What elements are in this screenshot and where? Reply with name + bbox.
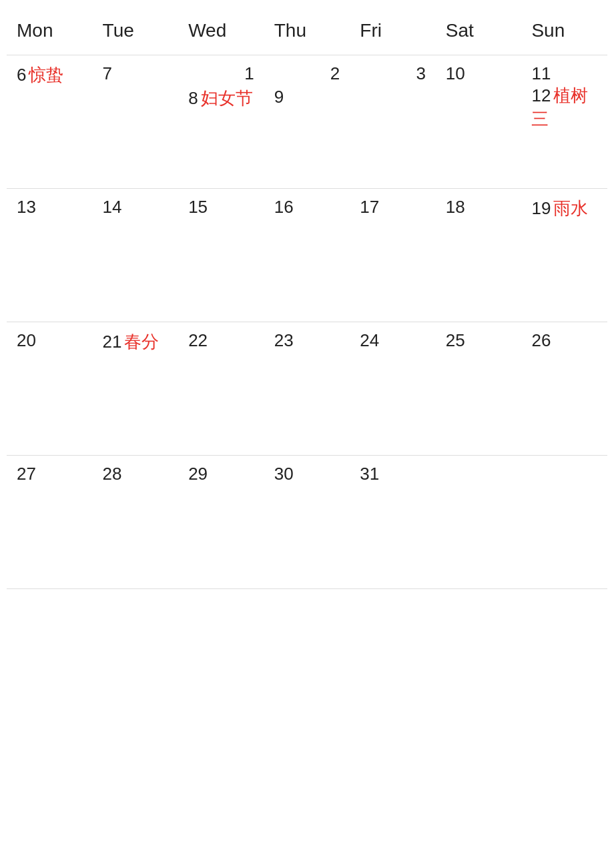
calendar: MonTueWedThuFriSatSun 6惊蛰718妇女节293101112… [0,0,614,735]
calendar-cell-r2c3: 23 [264,322,350,455]
calendar-cell-r3c0: 27 [7,455,93,588]
calendar-cell-r1c5: 18 [436,188,522,322]
cell-date: 7 [103,63,112,83]
calendar-grid: 6惊蛰718妇女节293101112植树三13141516171819雨水202… [7,55,607,722]
calendar-cell-r0c6: 1112植树三 [521,55,607,188]
calendar-cell-r2c0: 20 [7,322,93,455]
cell-date: 19 [531,198,551,218]
calendar-cell-r3c2: 29 [178,455,264,588]
cell-extra-date: 12 [531,85,551,105]
cell-date: 15 [188,197,208,217]
calendar-cell-r4c0 [7,588,93,722]
cell-date: 30 [274,464,294,484]
cell-date: 6 [17,65,26,85]
calendar-cell-r0c5: 10 [436,55,522,188]
calendar-cell-r1c0: 13 [7,188,93,322]
calendar-cell-r3c6 [521,455,607,588]
cell-date: 21 [103,332,122,352]
cell-holiday: 妇女节 [201,88,253,108]
cell-date: 20 [17,330,36,350]
calendar-cell-r3c5 [436,455,522,588]
calendar-cell-r2c5: 25 [436,322,522,455]
cell-date: 23 [274,330,294,350]
cell-date: 9 [274,87,284,107]
calendar-cell-r0c2: 18妇女节 [178,55,264,188]
cell-date: 17 [360,197,379,217]
cell-holiday: 雨水 [553,198,588,218]
calendar-header: MonTueWedThuFriSatSun [7,13,607,48]
calendar-cell-r2c1: 21春分 [93,322,179,455]
cell-date: 14 [103,197,122,217]
calendar-cell-r4c6 [521,588,607,722]
calendar-cell-r0c4: 3 [350,55,436,188]
cell-date: 16 [274,197,294,217]
calendar-cell-r3c3: 30 [264,455,350,588]
cell-holiday: 春分 [124,332,159,352]
calendar-cell-r4c1 [93,588,179,722]
cell-date: 25 [446,330,465,350]
cell-date: 27 [17,464,36,484]
day-name-sun: Sun [521,13,607,48]
calendar-cell-r1c6: 19雨水 [521,188,607,322]
calendar-cell-r0c1: 7 [93,55,179,188]
calendar-cell-r2c2: 22 [178,322,264,455]
day-name-fri: Fri [350,13,436,48]
calendar-cell-r0c0: 6惊蛰 [7,55,93,188]
cell-date: 11 [531,63,551,83]
calendar-cell-r4c3 [264,588,350,722]
calendar-cell-r3c1: 28 [93,455,179,588]
cell-holiday: 惊蛰 [29,65,63,85]
cell-date: 26 [531,330,551,350]
cell-date: 8 [188,88,198,108]
cell-date: 10 [446,63,465,83]
calendar-cell-r2c4: 24 [350,322,436,455]
calendar-cell-r4c5 [436,588,522,722]
calendar-cell-r1c4: 17 [350,188,436,322]
cell-date: 22 [188,330,208,350]
calendar-cell-r1c2: 15 [178,188,264,322]
calendar-cell-r0c3: 29 [264,55,350,188]
cell-date: 24 [360,330,379,350]
day-name-thu: Thu [264,13,350,48]
day-name-sat: Sat [436,13,522,48]
calendar-cell-r1c1: 14 [93,188,179,322]
calendar-cell-r3c4: 31 [350,455,436,588]
cell-date: 18 [446,197,465,217]
calendar-cell-r4c2 [178,588,264,722]
day-name-tue: Tue [93,13,179,48]
cell-date: 28 [103,464,122,484]
calendar-cell-r1c3: 16 [264,188,350,322]
cell-date: 31 [360,464,379,484]
cell-date: 29 [188,464,208,484]
calendar-cell-r2c6: 26 [521,322,607,455]
calendar-cell-r4c4 [350,588,436,722]
day-name-wed: Wed [178,13,264,48]
cell-date: 13 [17,197,36,217]
day-name-mon: Mon [7,13,93,48]
